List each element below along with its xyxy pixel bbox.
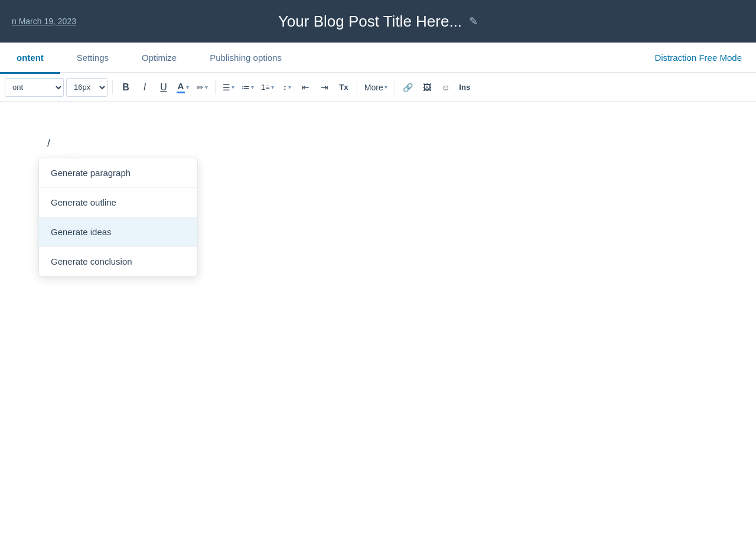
insert-text-label: Ins [459, 83, 470, 92]
insert-text-button[interactable]: Ins [457, 78, 473, 97]
line-height-button[interactable]: ↕ ▾ [279, 78, 295, 97]
emoji-icon: ☺ [442, 83, 450, 92]
tab-content[interactable]: ontent [0, 42, 60, 73]
header: n March 19, 2023 Your Blog Post Title He… [0, 0, 756, 43]
header-date[interactable]: n March 19, 2023 [12, 17, 76, 26]
tab-distraction-free[interactable]: Distraction Free Mode [640, 53, 756, 63]
header-title-area: Your Blog Post Title Here... ✎ [278, 12, 478, 31]
insert-image-icon: 🖼 [423, 83, 431, 92]
bullet-list-button[interactable]: ≔ ▾ [239, 78, 256, 97]
editor-area[interactable]: / Generate paragraph Generate outline Ge… [0, 102, 756, 540]
insert-image-button[interactable]: 🖼 [419, 78, 435, 97]
insert-link-button[interactable]: 🔗 [400, 78, 416, 97]
indent-icon: ⇥ [321, 82, 328, 93]
ai-dropdown-menu: Generate paragraph Generate outline Gene… [38, 158, 198, 276]
tabs-bar: ontent Settings Optimize Publishing opti… [0, 43, 756, 73]
tab-settings[interactable]: Settings [60, 42, 125, 73]
outdent-icon: ⇤ [302, 82, 309, 93]
tab-publishing[interactable]: Publishing options [193, 42, 298, 73]
more-label: More [364, 83, 383, 92]
bold-button[interactable]: B [118, 78, 134, 97]
toolbar-separator-1 [112, 80, 113, 95]
font-color-caret: ▾ [186, 84, 189, 90]
toolbar-separator-2 [215, 80, 216, 95]
more-caret: ▾ [384, 84, 387, 90]
indent-button[interactable]: ⇥ [317, 78, 333, 97]
emoji-button[interactable]: ☺ [438, 78, 454, 97]
num-list-button[interactable]: 1≡ ▾ [259, 78, 276, 97]
font-color-icon: A [177, 81, 185, 93]
more-button[interactable]: More ▾ [362, 78, 390, 97]
line-height-caret: ▾ [288, 84, 291, 90]
highlight-button[interactable]: ✏ ▾ [194, 78, 210, 97]
generate-conclusion-item[interactable]: Generate conclusion [39, 247, 197, 276]
num-list-caret: ▾ [271, 84, 274, 90]
clear-format-button[interactable]: Tx [335, 78, 352, 97]
font-family-select[interactable]: ont [5, 78, 64, 97]
italic-button[interactable]: I [136, 78, 153, 97]
header-title: Your Blog Post Title Here... [278, 12, 462, 31]
font-size-select[interactable]: 16px [66, 78, 107, 97]
bullet-list-caret: ▾ [251, 84, 254, 90]
main-content: ontent Settings Optimize Publishing opti… [0, 43, 756, 540]
clear-format-icon: Tx [339, 83, 348, 92]
highlight-caret: ▾ [205, 84, 208, 90]
font-color-button[interactable]: A ▾ [174, 78, 191, 97]
bullet-list-icon: ≔ [242, 83, 250, 92]
toolbar: ont 16px B I U A ▾ ✏ ▾ ☰ ▾ ≔ ▾ [0, 73, 756, 102]
outdent-button[interactable]: ⇤ [298, 78, 314, 97]
generate-ideas-item[interactable]: Generate ideas [39, 217, 197, 247]
highlight-icon: ✏ [197, 83, 204, 92]
generate-paragraph-item[interactable]: Generate paragraph [39, 158, 197, 188]
align-button[interactable]: ☰ ▾ [220, 78, 237, 97]
dropdown-arrow [69, 158, 80, 158]
num-list-icon: 1≡ [261, 83, 270, 92]
edit-icon[interactable]: ✎ [469, 15, 478, 28]
align-icon: ☰ [223, 83, 230, 92]
generate-outline-item[interactable]: Generate outline [39, 188, 197, 217]
align-caret: ▾ [232, 84, 234, 90]
underline-button[interactable]: U [155, 78, 172, 97]
toolbar-separator-3 [357, 80, 357, 95]
line-height-icon: ↕ [283, 83, 287, 92]
toolbar-separator-4 [395, 80, 395, 95]
editor-slash: / [47, 137, 50, 149]
tab-optimize[interactable]: Optimize [125, 42, 193, 73]
insert-link-icon: 🔗 [403, 83, 413, 92]
